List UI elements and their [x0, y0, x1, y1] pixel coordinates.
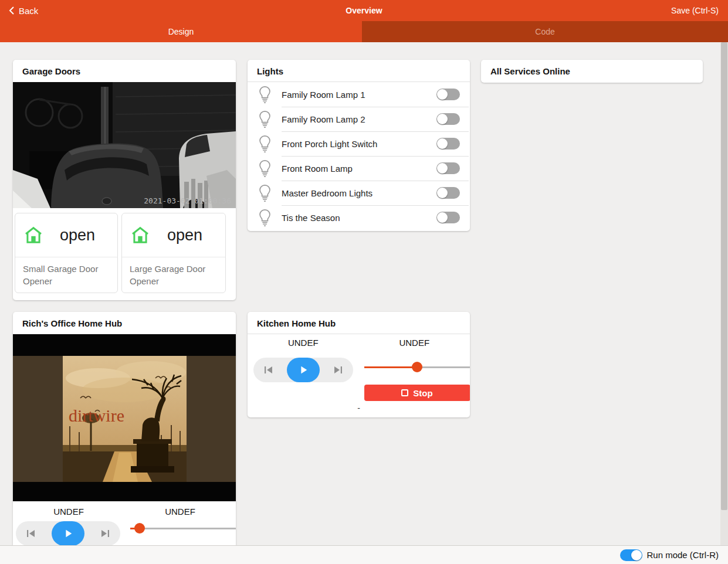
toggle-knob	[437, 114, 448, 124]
previous-track-icon	[263, 365, 275, 375]
toggle-knob	[437, 212, 448, 223]
light-bulb-icon	[248, 135, 282, 152]
slider-track	[130, 528, 236, 529]
services-status-title: All Services Online	[481, 60, 703, 82]
slider-thumb[interactable]	[134, 523, 145, 534]
light-bulb-icon	[248, 184, 282, 202]
stop-label: Stop	[413, 388, 432, 398]
light-bulb-icon	[248, 86, 282, 103]
stop-button[interactable]: Stop	[364, 385, 470, 401]
light-row: Master Bedroom Lights	[248, 181, 470, 205]
tab-design[interactable]: Design	[0, 21, 362, 42]
toggle-knob	[437, 89, 448, 100]
opener-name: Small Garage Door Opener	[15, 257, 117, 293]
light-row: Family Room Lamp 1	[248, 82, 470, 107]
media-field-1: UNDEF	[13, 507, 124, 517]
tab-bar: Design Code	[0, 21, 728, 42]
light-toggle[interactable]	[436, 113, 460, 125]
save-button[interactable]: Save (Ctrl-S)	[662, 0, 728, 21]
media-field-2: UNDEF	[359, 338, 470, 354]
light-toggle[interactable]	[436, 162, 460, 174]
garage-card-title: Garage Doors	[13, 60, 236, 82]
next-track-button[interactable]	[332, 365, 344, 375]
next-track-button[interactable]	[99, 528, 111, 539]
back-label: Back	[19, 6, 38, 16]
card-garage-doors: Garage Doors	[13, 60, 236, 300]
light-label: Tis the Season	[282, 213, 436, 223]
light-bulb-icon	[248, 159, 282, 177]
light-label: Front Room Lamp	[282, 164, 436, 174]
play-button[interactable]	[287, 358, 320, 382]
kitchen-transport-bar	[253, 358, 353, 382]
stop-icon	[401, 389, 408, 396]
page-title: Overview	[0, 6, 728, 15]
light-row: Family Room Lamp 2	[248, 107, 470, 131]
status-bar: Run mode (Ctrl-R)	[0, 545, 728, 564]
light-toggle[interactable]	[436, 212, 460, 223]
light-toggle[interactable]	[436, 89, 460, 100]
card-kitchen-home-hub: Kitchen Home Hub UNDEF	[248, 312, 470, 417]
light-toggle[interactable]	[436, 138, 460, 150]
kitchen-volume-column: UNDEF Stop	[359, 338, 470, 354]
card-office-home-hub: Rich's Office Home Hub	[13, 312, 236, 545]
album-band: dirtwire	[13, 356, 236, 482]
garage-openers: open Small Garage Door Opener open Large…	[13, 208, 236, 300]
opener-state-label: open	[43, 226, 111, 244]
album-art-image: dirtwire	[63, 356, 187, 482]
kitchen-hub-title: Kitchen Home Hub	[248, 312, 470, 334]
light-row: Tis the Season	[248, 205, 470, 230]
camera-timestamp: 2021-03-02 01:00:36	[144, 196, 231, 205]
app-header: Back Overview Save (Ctrl-S)	[0, 0, 728, 21]
office-volume-slider[interactable]	[130, 522, 236, 534]
office-hub-title: Rich's Office Home Hub	[13, 312, 236, 334]
garage-door-icon	[130, 226, 150, 244]
office-transport-bar	[16, 521, 120, 545]
light-label: Front Porch Light Switch	[282, 139, 436, 149]
kitchen-status-text: -	[248, 403, 470, 413]
next-track-icon	[332, 365, 344, 375]
light-bulb-icon	[248, 110, 282, 128]
slider-fill	[364, 366, 417, 368]
design-canvas: Garage Doors	[0, 42, 728, 545]
media-field-1: UNDEF	[248, 338, 359, 354]
garage-door-icon	[23, 226, 43, 244]
vertical-scrollbar	[720, 42, 728, 545]
kitchen-media-controls: UNDEF	[248, 334, 470, 354]
light-row: Front Porch Light Switch	[248, 131, 470, 156]
chevron-left-icon	[8, 6, 15, 15]
run-mode-toggle[interactable]	[620, 549, 642, 561]
previous-track-icon	[25, 528, 37, 539]
album-title-text: dirtwire	[69, 406, 124, 425]
opener-small-garage[interactable]: open Small Garage Door Opener	[15, 213, 118, 293]
run-mode-label: Run mode (Ctrl-R)	[646, 550, 719, 560]
previous-track-button[interactable]	[263, 365, 275, 375]
light-toggle[interactable]	[436, 187, 460, 199]
toggle-knob	[437, 138, 448, 149]
next-track-icon	[99, 528, 111, 539]
light-label: Family Room Lamp 1	[282, 90, 436, 100]
opener-large-garage[interactable]: open Large Garage Door Opener	[121, 213, 226, 293]
light-label: Family Room Lamp 2	[282, 114, 436, 124]
scrollbar-thumb[interactable]	[721, 42, 727, 510]
garage-camera-image: 2021-03-02 01:00:36	[13, 82, 236, 208]
toggle-knob	[437, 188, 448, 198]
opener-name: Large Garage Door Opener	[122, 257, 225, 293]
opener-state-label: open	[150, 226, 219, 244]
toggle-knob	[437, 163, 448, 174]
play-icon	[63, 528, 73, 539]
toggle-knob	[631, 550, 642, 560]
office-media-artwork: dirtwire	[13, 334, 236, 501]
kitchen-volume-slider[interactable]	[364, 361, 470, 373]
lights-card-title: Lights	[248, 60, 470, 82]
tab-code[interactable]: Code	[362, 21, 728, 42]
light-bulb-icon	[248, 209, 282, 226]
office-media-controls	[13, 521, 236, 545]
office-media-fields: UNDEF UNDEF	[13, 501, 236, 521]
kitchen-transport-column: UNDEF	[248, 338, 359, 354]
play-button[interactable]	[52, 521, 84, 545]
media-field-2: UNDEF	[124, 507, 236, 517]
light-label: Master Bedroom Lights	[282, 188, 436, 198]
back-button[interactable]: Back	[0, 0, 46, 21]
previous-track-button[interactable]	[25, 528, 37, 539]
slider-thumb[interactable]	[412, 362, 422, 372]
